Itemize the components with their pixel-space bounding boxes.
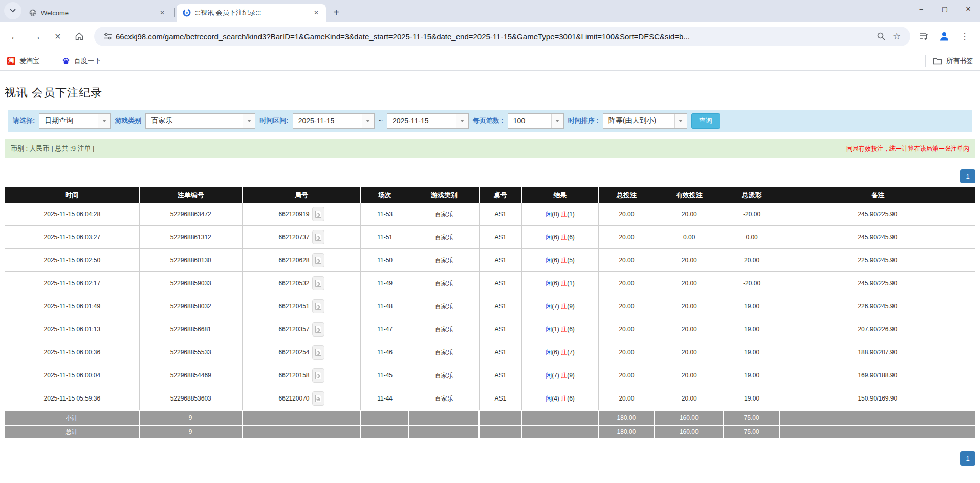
- home-button[interactable]: [70, 27, 89, 46]
- query-type-value: 日期查询: [39, 114, 98, 128]
- round-number: 662120451: [243, 295, 361, 318]
- search-button[interactable]: 查询: [691, 113, 720, 129]
- date-end-select[interactable]: 2025-11-15: [387, 113, 469, 129]
- url-bar[interactable]: 66cxkj98.com/game/betrecord_search/kind3…: [94, 27, 910, 46]
- table-number: AS1: [480, 272, 522, 295]
- game-type-select[interactable]: 百家乐: [145, 113, 255, 129]
- close-icon[interactable]: ✕: [312, 8, 321, 17]
- total-bet: 20.00: [599, 364, 655, 387]
- video-replay-button[interactable]: [312, 345, 324, 360]
- close-icon[interactable]: ✕: [158, 8, 167, 17]
- table-row: 2025-11-15 06:03:27 522968861312 6621207…: [5, 226, 975, 249]
- url-text[interactable]: 66cxkj98.com/game/betrecord_search/kind3…: [116, 32, 874, 41]
- payout: 19.00: [724, 387, 780, 410]
- zoom-icon[interactable]: [874, 29, 889, 44]
- bet-time: 2025-11-15 06:01:13: [5, 318, 140, 341]
- tab-bet-records[interactable]: :::视讯 会员下注纪录::: ✕: [177, 4, 326, 22]
- round-number: 662120158: [243, 364, 361, 387]
- bookmark-baidu[interactable]: 百度一下: [62, 56, 101, 66]
- select-type-label: 请选择:: [13, 116, 35, 125]
- video-replay-button[interactable]: [312, 322, 324, 337]
- game-type: 百家乐: [409, 249, 480, 272]
- bookmark-label: 百度一下: [74, 56, 101, 66]
- game-type: 百家乐: [409, 226, 480, 249]
- chevron-down-icon[interactable]: [362, 114, 374, 128]
- result: 闲(4) 庄(6): [522, 387, 599, 410]
- site-settings-icon[interactable]: [100, 29, 116, 44]
- forward-button[interactable]: →: [27, 27, 46, 46]
- subtotal-total-bet: 180.00: [599, 410, 655, 425]
- round-number: 662120628: [243, 249, 361, 272]
- tab-welcome[interactable]: Welcome ✕: [23, 4, 172, 22]
- game-type: 百家乐: [409, 295, 480, 318]
- round-number: 662120737: [243, 226, 361, 249]
- chevron-down-icon[interactable]: [674, 114, 687, 128]
- video-replay-button[interactable]: [312, 391, 324, 406]
- bookmark-star-icon[interactable]: ☆: [889, 29, 904, 44]
- video-replay-button[interactable]: [312, 207, 324, 221]
- window-close-button[interactable]: ✕: [956, 0, 980, 17]
- total-bet: 20.00: [599, 318, 655, 341]
- page-1-button[interactable]: 1: [960, 169, 975, 183]
- date-range-label: 时间区间:: [259, 116, 288, 125]
- chevron-down-icon[interactable]: [456, 114, 468, 128]
- banker-label: 庄: [561, 349, 567, 356]
- bookmark-aitaobao[interactable]: 淘 爱淘宝: [7, 56, 39, 66]
- filter-bar: 请选择: 日期查询 游戏类别 百家乐 时间区间: 2025-11-15 ~ 20…: [8, 110, 972, 132]
- banker-label: 庄: [561, 372, 567, 379]
- per-page-select[interactable]: 100: [508, 113, 564, 129]
- browser-menu-button[interactable]: ⋮: [956, 28, 973, 45]
- bet-id: 522968863472: [140, 203, 243, 226]
- col-game-type: 游戏类别: [409, 187, 480, 203]
- remark: 188.90/207.90: [780, 341, 975, 364]
- bet-time: 2025-11-15 06:01:49: [5, 295, 140, 318]
- table-row: 2025-11-15 06:00:04 522968854469 6621201…: [5, 364, 975, 387]
- bet-id: 522968854469: [140, 364, 243, 387]
- session-number: 11-45: [361, 364, 409, 387]
- remark: 245.90/225.90: [780, 203, 975, 226]
- total-count: 9: [140, 425, 243, 439]
- chevron-down-icon[interactable]: [98, 114, 110, 128]
- player-label: 闲: [546, 395, 552, 402]
- payout: -20.00: [724, 272, 780, 295]
- game-type-value: 百家乐: [146, 114, 243, 128]
- chevron-down-icon[interactable]: [243, 114, 255, 128]
- col-remark: 备注: [780, 187, 975, 203]
- new-tab-button[interactable]: +: [329, 5, 343, 19]
- site-favicon-icon: [183, 9, 191, 17]
- pagination-bottom: 1: [5, 451, 975, 466]
- video-replay-button[interactable]: [312, 230, 324, 244]
- page-1-button[interactable]: 1: [960, 451, 975, 466]
- back-button[interactable]: ←: [5, 27, 25, 46]
- all-bookmarks-button[interactable]: 所有书签: [925, 55, 973, 67]
- date-start-select[interactable]: 2025-11-15: [293, 113, 375, 129]
- bet-time: 2025-11-15 05:59:36: [5, 387, 140, 410]
- avatar-icon: [939, 31, 950, 42]
- stop-button[interactable]: ✕: [48, 27, 68, 46]
- maximize-button[interactable]: ▢: [933, 0, 956, 17]
- payout: 19.00: [724, 364, 780, 387]
- time-sort-select[interactable]: 降幂(由大到小): [603, 113, 687, 129]
- browser-toolbar: ← → ✕ 66cxkj98.com/game/betrecord_search…: [0, 22, 980, 51]
- minimize-button[interactable]: –: [909, 0, 933, 17]
- valid-bet: 0.00: [655, 226, 724, 249]
- valid-bet: 20.00: [655, 341, 724, 364]
- query-type-select[interactable]: 日期查询: [39, 113, 111, 129]
- video-replay-button[interactable]: [312, 368, 324, 383]
- remark: 169.90/188.90: [780, 364, 975, 387]
- session-number: 11-47: [361, 318, 409, 341]
- game-type-label: 游戏类别: [115, 116, 141, 125]
- globe-icon: [29, 9, 37, 17]
- video-replay-button[interactable]: [312, 276, 324, 290]
- media-controls-icon[interactable]: [916, 28, 932, 45]
- video-replay-button[interactable]: [312, 299, 324, 313]
- total-row: 总计 9 180.00 160.00 75.00: [5, 425, 975, 439]
- tab-search-button[interactable]: [4, 2, 21, 19]
- tab-title: :::视讯 会员下注纪录:::: [195, 8, 308, 17]
- bet-id: 522968855533: [140, 341, 243, 364]
- chevron-down-icon[interactable]: [551, 114, 563, 128]
- profile-avatar[interactable]: [936, 28, 952, 45]
- bet-id: 522968858032: [140, 295, 243, 318]
- session-number: 11-53: [361, 203, 409, 226]
- video-replay-button[interactable]: [312, 253, 324, 267]
